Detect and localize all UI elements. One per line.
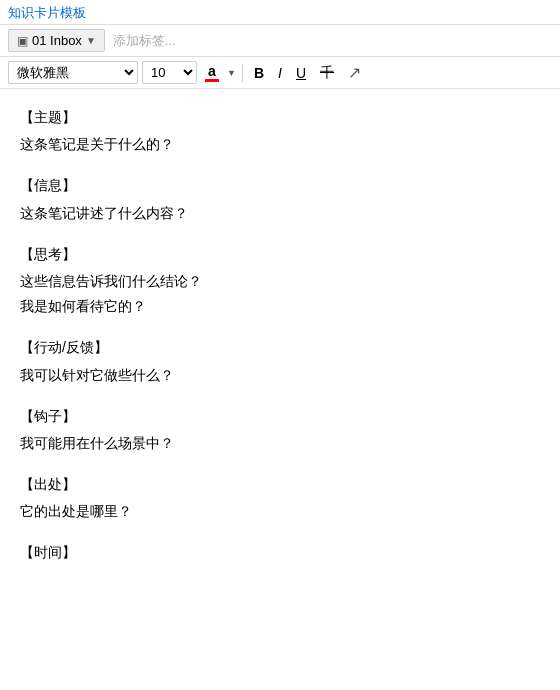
color-dropdown-icon[interactable]: ▼ bbox=[227, 68, 236, 78]
section-title: 【钩子】 bbox=[20, 404, 540, 429]
section-text: 我可以针对它做些什么？ bbox=[20, 363, 540, 388]
inbox-icon: ▣ bbox=[17, 34, 28, 48]
content-section: 【思考】这些信息告诉我们什么结论？我是如何看待它的？ bbox=[20, 242, 540, 320]
section-title: 【行动/反馈】 bbox=[20, 335, 540, 360]
italic-button[interactable]: I bbox=[273, 63, 287, 83]
section-title: 【时间】 bbox=[20, 540, 540, 565]
content-section: 【行动/反馈】我可以针对它做些什么？ bbox=[20, 335, 540, 387]
section-text: 我可能用在什么场景中？ bbox=[20, 431, 540, 456]
section-text: 这条笔记讲述了什么内容？ bbox=[20, 201, 540, 226]
underline-button[interactable]: U bbox=[291, 63, 311, 83]
section-title: 【主题】 bbox=[20, 105, 540, 130]
tag-placeholder[interactable]: 添加标签... bbox=[113, 32, 552, 50]
section-title: 【出处】 bbox=[20, 472, 540, 497]
size-select[interactable]: 10 bbox=[142, 61, 197, 84]
bold-button[interactable]: B bbox=[249, 63, 269, 83]
chevron-down-icon: ▼ bbox=[86, 35, 96, 46]
font-color-letter: a bbox=[208, 64, 216, 78]
section-title: 【思考】 bbox=[20, 242, 540, 267]
content-section: 【出处】它的出处是哪里？ bbox=[20, 472, 540, 524]
section-text: 它的出处是哪里？ bbox=[20, 499, 540, 524]
title-link[interactable]: 知识卡片模板 bbox=[8, 5, 86, 20]
more-format-button[interactable]: ↗ bbox=[343, 61, 366, 84]
font-select[interactable]: 微软雅黑 bbox=[8, 61, 138, 84]
title-bar: 知识卡片模板 bbox=[0, 0, 560, 25]
notebook-label: 01 Inbox bbox=[32, 33, 82, 48]
content-area[interactable]: 【主题】这条笔记是关于什么的？【信息】这条笔记讲述了什么内容？【思考】这些信息告… bbox=[0, 89, 560, 669]
section-text: 这条笔记是关于什么的？ bbox=[20, 132, 540, 157]
content-section: 【时间】 bbox=[20, 540, 540, 565]
section-text: 我是如何看待它的？ bbox=[20, 294, 540, 319]
section-title: 【信息】 bbox=[20, 173, 540, 198]
format-divider bbox=[242, 64, 243, 82]
notebook-selector[interactable]: ▣ 01 Inbox ▼ bbox=[8, 29, 105, 52]
content-section: 【主题】这条笔记是关于什么的？ bbox=[20, 105, 540, 157]
strikethrough-button[interactable]: 千 bbox=[315, 62, 339, 84]
font-color-button[interactable]: a bbox=[201, 62, 223, 84]
format-bar: 微软雅黑 10 a ▼ B I U 千 ↗ bbox=[0, 57, 560, 89]
content-section: 【钩子】我可能用在什么场景中？ bbox=[20, 404, 540, 456]
section-text: 这些信息告诉我们什么结论？ bbox=[20, 269, 540, 294]
content-section: 【信息】这条笔记讲述了什么内容？ bbox=[20, 173, 540, 225]
toolbar-row: ▣ 01 Inbox ▼ 添加标签... bbox=[0, 25, 560, 57]
font-color-bar bbox=[205, 79, 219, 82]
